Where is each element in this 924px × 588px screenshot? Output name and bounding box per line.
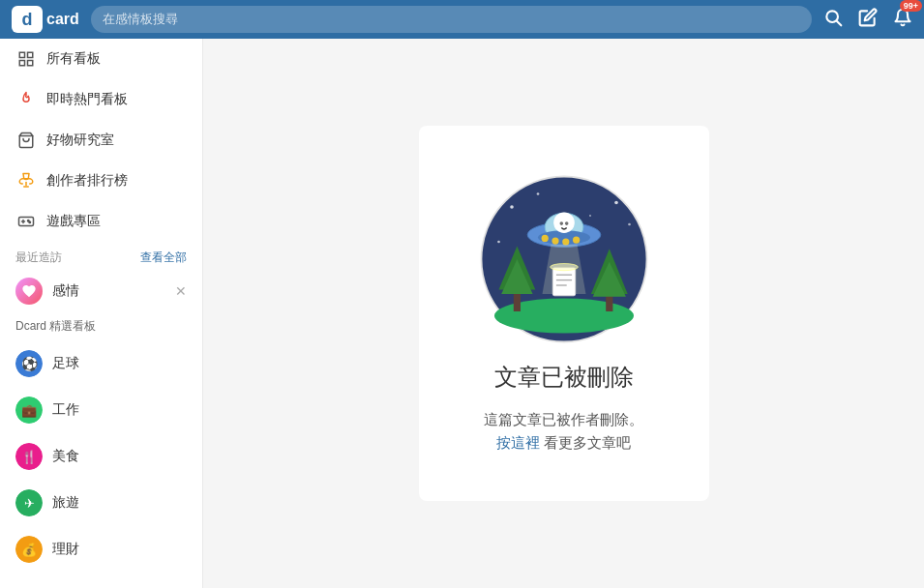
board-food-label: 美食	[52, 448, 79, 465]
sidebar-item-hot-boards-label: 即時熱門看板	[46, 91, 128, 108]
svg-point-46	[564, 216, 571, 222]
header-icons: 99+	[823, 8, 912, 32]
emotion-avatar	[15, 278, 43, 305]
sidebar-item-work[interactable]: 💼 工作	[0, 387, 202, 433]
logo-d-letter: d	[22, 10, 33, 30]
deleted-illustration	[477, 172, 651, 346]
deleted-subtitle: 這篇文章已被作者刪除。 按這裡 看更多文章吧	[484, 408, 643, 455]
sidebar-item-all-boards[interactable]: 所有看板	[0, 39, 202, 79]
travel-icon: ✈	[15, 489, 43, 516]
notification-badge: 99+	[900, 0, 922, 12]
recent-section-header: 最近造訪 查看全部	[0, 242, 202, 270]
deleted-article-card: 文章已被刪除 這篇文章已被作者刪除。 按這裡 看更多文章吧	[419, 126, 709, 501]
svg-text:💼: 💼	[21, 402, 38, 419]
edit-icon[interactable]	[858, 8, 878, 32]
svg-point-23	[614, 201, 618, 205]
close-icon[interactable]: ✕	[175, 283, 187, 299]
sidebar-item-goods-label: 好物研究室	[46, 132, 114, 149]
fire-icon	[15, 89, 37, 110]
svg-point-54	[550, 264, 578, 271]
recent-item-left: 感情	[15, 278, 79, 305]
svg-point-24	[628, 223, 631, 226]
soccer-icon: ⚽	[15, 350, 43, 377]
svg-point-25	[497, 241, 500, 244]
svg-point-45	[556, 216, 563, 222]
recent-emotion-label: 感情	[52, 282, 79, 300]
svg-rect-50	[552, 268, 575, 296]
svg-point-27	[589, 215, 591, 217]
svg-text:✈: ✈	[24, 496, 35, 511]
logo-box: d	[12, 6, 43, 33]
svg-point-44	[553, 212, 575, 233]
view-all-link[interactable]: 查看全部	[140, 250, 187, 266]
sidebar-item-creator-rank[interactable]: 創作者排行榜	[0, 161, 202, 201]
notification-icon[interactable]: 99+	[893, 8, 912, 32]
svg-point-22	[536, 192, 539, 195]
sidebar-item-food[interactable]: 🍴 美食	[0, 433, 202, 480]
sidebar-item-gaming-label: 遊戲專區	[46, 213, 101, 230]
sidebar-item-all-boards-label: 所有看板	[46, 50, 101, 68]
svg-text:⚽: ⚽	[21, 356, 39, 372]
sidebar-item-hot-boards[interactable]: 即時熱門看板	[0, 79, 202, 120]
finance-icon: 💰	[15, 536, 43, 563]
svg-rect-4	[19, 61, 24, 66]
logo[interactable]: d card	[12, 6, 79, 33]
food-icon: 🍴	[15, 443, 43, 470]
search-placeholder: 在感情板搜尋	[103, 11, 178, 28]
svg-point-26	[611, 189, 613, 191]
svg-point-9	[29, 221, 31, 223]
svg-point-47	[559, 221, 563, 225]
search-bar[interactable]: 在感情板搜尋	[91, 6, 812, 33]
logo-word: card	[46, 11, 79, 28]
market-icon	[15, 130, 37, 151]
grid-icon	[15, 48, 37, 70]
sidebar-item-soccer[interactable]: ⚽ 足球	[0, 340, 202, 387]
svg-point-21	[510, 205, 514, 209]
sidebar-item-gaming[interactable]: 遊戲專區	[0, 201, 202, 242]
game-icon	[15, 211, 37, 232]
board-finance-label: 理財	[52, 541, 79, 558]
sidebar-item-finance[interactable]: 💰 理財	[0, 526, 202, 573]
deleted-link[interactable]: 按這裡	[496, 434, 540, 451]
svg-point-40	[541, 235, 548, 242]
svg-rect-3	[28, 52, 33, 57]
recent-section-label: 最近造訪	[15, 250, 62, 266]
svg-text:💰: 💰	[21, 542, 38, 558]
sidebar: 所有看板 即時熱門看板 好物研究室	[0, 39, 203, 588]
main-content: 文章已被刪除 這篇文章已被作者刪除。 按這裡 看更多文章吧	[203, 39, 924, 588]
svg-text:🍴: 🍴	[21, 449, 38, 465]
svg-rect-5	[28, 61, 33, 66]
app-header: d card 在感情板搜尋 99+	[0, 0, 924, 39]
svg-point-41	[551, 238, 558, 245]
board-work-label: 工作	[52, 401, 79, 419]
dcard-section-label: Dcard 精選看板	[0, 312, 202, 340]
work-icon: 💼	[15, 397, 43, 424]
svg-line-1	[837, 20, 842, 25]
deleted-title: 文章已被刪除	[494, 362, 634, 393]
svg-point-48	[564, 221, 568, 225]
deleted-suffix: 看更多文章吧	[544, 434, 631, 451]
main-layout: 所有看板 即時熱門看板 好物研究室	[0, 39, 924, 588]
sidebar-item-travel[interactable]: ✈ 旅遊	[0, 480, 202, 526]
sidebar-item-goods[interactable]: 好物研究室	[0, 120, 202, 161]
deleted-body-text: 這篇文章已被作者刪除。	[484, 411, 643, 427]
svg-point-42	[562, 238, 569, 245]
board-travel-label: 旅遊	[52, 494, 79, 512]
board-soccer-label: 足球	[52, 355, 79, 372]
trophy-icon	[15, 170, 37, 191]
svg-rect-2	[19, 52, 24, 57]
search-icon[interactable]	[823, 8, 843, 32]
recent-item-emotion[interactable]: 感情 ✕	[0, 270, 202, 312]
sidebar-item-creator-rank-label: 創作者排行榜	[46, 172, 128, 190]
svg-point-43	[573, 237, 580, 244]
